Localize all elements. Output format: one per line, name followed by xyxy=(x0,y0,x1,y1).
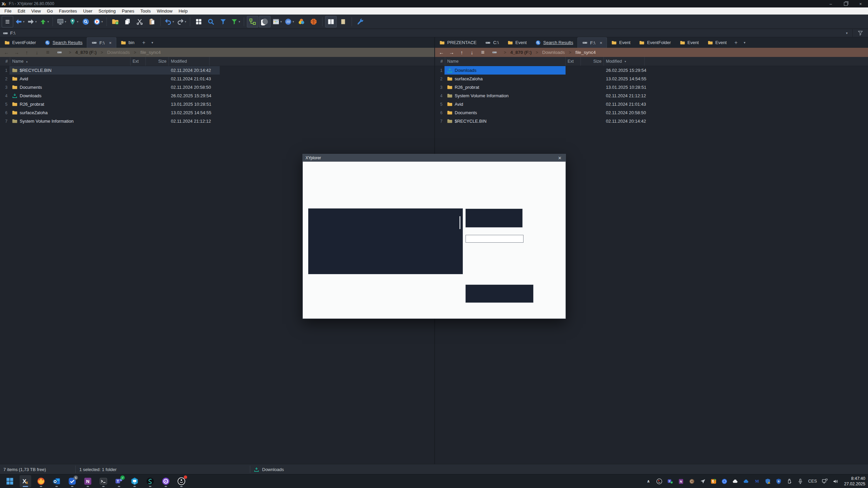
back-button[interactable]: ▾ xyxy=(14,16,25,27)
coin-tray-icon[interactable] xyxy=(687,476,696,486)
dialog-title-bar[interactable]: XYplorer ✕ xyxy=(303,154,566,162)
onenote-task[interactable]: N xyxy=(82,475,94,487)
copy-button[interactable] xyxy=(122,16,133,27)
tab-searchresults[interactable]: Search Results xyxy=(531,37,577,48)
file-row[interactable]: 2Avid02.11.2024 21:01:43 xyxy=(0,75,435,83)
new-tab-button[interactable]: + xyxy=(731,37,741,48)
dialog-button-box[interactable] xyxy=(466,285,533,303)
file-row[interactable]: 6Documents02.11.2024 20:58:50 xyxy=(435,108,868,117)
tags-button[interactable]: ▾ xyxy=(283,16,295,27)
menu-item-view[interactable]: View xyxy=(28,7,44,14)
breadcrumb-item[interactable]: Downloads xyxy=(542,50,565,55)
file-row[interactable]: 7System Volume Information02.11.2024 21:… xyxy=(0,117,435,125)
tab-event[interactable]: Event xyxy=(675,37,703,48)
todo-task[interactable]: 6 xyxy=(66,475,78,487)
search-button[interactable] xyxy=(205,16,217,27)
xyplorer-task[interactable]: Xx xyxy=(20,475,31,487)
undo-button[interactable]: ▾ xyxy=(163,16,175,27)
layout-button[interactable]: ▾ xyxy=(271,16,283,27)
up-button[interactable]: ▾ xyxy=(38,16,50,27)
close-button[interactable]: × xyxy=(853,0,868,7)
breadcrumb-item[interactable]: file_sync4 xyxy=(140,50,161,55)
new-tab-button[interactable]: + xyxy=(139,37,149,48)
tab-bin[interactable]: bin xyxy=(116,37,139,48)
menu-icon[interactable]: ≡ xyxy=(42,49,54,56)
file-row[interactable]: 7$RECYCLE.BIN02.11.2024 20:14:42 xyxy=(435,117,868,125)
onedrive-personal-icon[interactable] xyxy=(731,476,739,486)
dialog-scrollbar-thumb[interactable] xyxy=(459,216,460,229)
restore-button[interactable] xyxy=(838,0,853,7)
keepass-tray-icon[interactable] xyxy=(709,476,718,486)
menu-button[interactable] xyxy=(2,16,13,27)
sports-button[interactable] xyxy=(308,16,319,27)
dual-pane-button[interactable] xyxy=(325,16,337,27)
tree-toggle-button[interactable] xyxy=(247,16,258,27)
tools-button[interactable] xyxy=(355,16,366,27)
dropdown-arrow-icon[interactable]: ▾ xyxy=(47,20,49,23)
dialog-list-box[interactable] xyxy=(308,208,463,274)
tab-c[interactable]: C:\ xyxy=(481,37,503,48)
tab-searchresults[interactable]: Search Results xyxy=(40,37,87,48)
dropdown-arrow-icon[interactable]: ▾ xyxy=(23,20,25,23)
column-header-num[interactable]: # xyxy=(435,57,445,66)
dropdown-arrow-icon[interactable]: ▾ xyxy=(185,20,186,23)
dropdown-arrow-icon[interactable]: ▾ xyxy=(239,20,240,23)
outlook-task[interactable] xyxy=(51,475,62,487)
single-pane-button[interactable] xyxy=(337,16,349,27)
firefox-task[interactable] xyxy=(35,475,47,487)
quick-go-button[interactable]: ▾ xyxy=(92,16,104,27)
remote-assist-task[interactable] xyxy=(129,475,140,487)
location-button[interactable]: ▾ xyxy=(68,16,79,27)
back-icon[interactable]: ← xyxy=(1,49,12,55)
tiles-button[interactable] xyxy=(193,16,204,27)
tab-list-dropdown-icon[interactable]: ▾ xyxy=(149,37,156,48)
purple-app-task[interactable] xyxy=(160,475,172,487)
tab-prezentace[interactable]: PREZENTACE xyxy=(435,37,481,48)
cut-button[interactable] xyxy=(134,16,145,27)
column-header-name[interactable]: Name xyxy=(445,57,566,66)
tab-f[interactable]: F:\× xyxy=(577,37,607,48)
dark-mode-button[interactable] xyxy=(259,16,271,27)
menu-item-file[interactable]: File xyxy=(1,7,15,14)
file-row[interactable]: 2surfaceZaloha13.02.2025 14:54:55 xyxy=(435,75,868,83)
start-button[interactable] xyxy=(4,475,16,487)
down-icon[interactable]: ↓ xyxy=(467,49,477,55)
column-header-ext[interactable]: Ext xyxy=(566,57,581,66)
menu-item-go[interactable]: Go xyxy=(44,7,56,14)
file-row[interactable]: 1Downloads26.02.2025 15:29:54 xyxy=(435,66,868,75)
minimize-button[interactable]: – xyxy=(823,0,838,7)
column-header-ext[interactable]: Ext xyxy=(131,57,146,66)
redo-button[interactable]: ▾ xyxy=(176,16,187,27)
dropdown-arrow-icon[interactable]: ▾ xyxy=(280,20,282,23)
column-header-num[interactable]: # xyxy=(0,57,10,66)
volume-icon[interactable] xyxy=(831,476,840,486)
file-row[interactable]: 5R26_probrat13.01.2025 10:28:51 xyxy=(0,100,435,108)
menu-icon[interactable]: ≡ xyxy=(477,49,489,56)
tray-expand-icon[interactable]: ∧ xyxy=(644,476,653,486)
column-header-size[interactable]: Size xyxy=(581,57,604,66)
file-row[interactable]: 3Documents02.11.2024 20:58:50 xyxy=(0,83,435,92)
file-row[interactable]: 6surfaceZaloha13.02.2025 14:54:55 xyxy=(0,108,435,117)
menu-item-panes[interactable]: Panes xyxy=(119,7,137,14)
tab-close-icon[interactable]: × xyxy=(109,40,112,45)
dropdown-arrow-icon[interactable]: ▾ xyxy=(77,20,79,23)
color-filter-button[interactable] xyxy=(296,16,307,27)
dropdown-arrow-icon[interactable]: ▾ xyxy=(35,20,37,23)
forward-icon[interactable]: → xyxy=(447,49,457,55)
tab-close-icon[interactable]: × xyxy=(600,40,603,45)
breadcrumb-drive[interactable]: 4_870 (F:) xyxy=(510,50,532,55)
windows-security-icon[interactable] xyxy=(763,476,772,486)
down-icon[interactable]: ↓ xyxy=(32,49,42,55)
tab-eventfolder[interactable]: EventFolder xyxy=(635,37,675,48)
tab-f[interactable]: F:\× xyxy=(87,37,116,48)
usb-eject-icon[interactable] xyxy=(785,476,794,486)
up-icon[interactable]: ↑ xyxy=(457,49,467,55)
address-filter-icon[interactable] xyxy=(853,30,868,36)
airplane-tray-icon[interactable] xyxy=(698,476,707,486)
menu-item-user[interactable]: User xyxy=(80,7,95,14)
address-dropdown-icon[interactable]: ▾ xyxy=(841,31,852,35)
tab-event[interactable]: Event xyxy=(503,37,531,48)
dropdown-arrow-icon[interactable]: ▾ xyxy=(65,20,66,23)
teams-task[interactable]: T✓ xyxy=(113,475,125,487)
network-icon[interactable] xyxy=(820,476,829,486)
